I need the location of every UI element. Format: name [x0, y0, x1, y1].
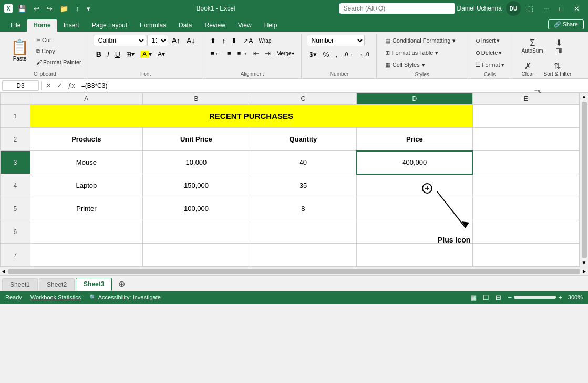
cell-a4[interactable]: Laptop [30, 174, 143, 197]
increase-decimal-button[interactable]: .0→ [341, 48, 356, 60]
format-painter-button[interactable]: 🖌 Format Painter [34, 57, 84, 67]
view-layout-button[interactable]: ☐ [483, 294, 489, 301]
bold-button[interactable]: B [94, 48, 104, 60]
delete-cells-button[interactable]: ⊖ Delete ▾ [472, 47, 506, 58]
cell-d5[interactable] [357, 197, 472, 220]
font-size-select[interactable]: 11 [147, 35, 168, 46]
copy-button[interactable]: ⧉ Copy [34, 46, 84, 56]
row-num-2[interactable]: 2 [1, 128, 30, 151]
fill-button[interactable]: ⬇ Fill [549, 35, 570, 57]
percent-button[interactable]: % [321, 48, 332, 60]
cell-b4[interactable]: 150,000 [143, 174, 250, 197]
currency-button[interactable]: $▾ [307, 48, 319, 60]
open-button[interactable]: 📁 [58, 4, 70, 14]
cell-a6[interactable] [30, 220, 143, 244]
format-as-table-button[interactable]: ⊞ Format as Table ▾ [382, 47, 459, 58]
cell-a7[interactable] [30, 244, 143, 267]
row-num-7[interactable]: 7 [1, 244, 30, 267]
autosum-button[interactable]: Σ AutoSum [518, 35, 548, 57]
sheet-tab-2[interactable]: Sheet2 [39, 278, 75, 291]
align-center-button[interactable]: ≡ [224, 47, 234, 59]
minimize-button[interactable]: ─ [540, 3, 553, 15]
cell-b7[interactable] [143, 244, 250, 267]
search-input[interactable] [339, 3, 455, 14]
row-num-1[interactable]: 1 [1, 105, 30, 128]
font-color-button[interactable]: A▾ [155, 48, 168, 60]
cell-d4[interactable] [357, 174, 472, 197]
cell-e1[interactable] [472, 105, 580, 128]
tab-data[interactable]: Data [172, 19, 198, 32]
tab-view[interactable]: View [232, 19, 258, 32]
cell-b3[interactable]: 10,000 [143, 151, 250, 174]
cell-d2[interactable]: Price [357, 128, 472, 151]
insert-cells-button[interactable]: ⊕ Insert ▾ [472, 35, 503, 46]
text-orient-button[interactable]: ↗A [240, 35, 256, 46]
sort-filter-button[interactable]: ⇅ Sort & Filter [540, 58, 576, 80]
add-sheet-button[interactable]: ⊕ [113, 277, 130, 291]
merge-button[interactable]: Merge▾ [274, 47, 296, 59]
cell-c5[interactable]: 8 [250, 197, 356, 220]
scroll-up-button[interactable]: ▲ [582, 94, 587, 99]
horizontal-scrollbar[interactable]: ◄ ► [0, 267, 588, 275]
qat-more-button[interactable]: ▾ [85, 4, 92, 14]
conditional-formatting-button[interactable]: ▤ Conditional Formatting ▾ [382, 35, 459, 46]
underline-button[interactable]: U [112, 48, 123, 60]
workbook-stats[interactable]: Workbook Statistics [30, 294, 81, 300]
italic-button[interactable]: I [105, 48, 112, 60]
tab-file[interactable]: File [4, 19, 27, 32]
cell-styles-button[interactable]: ▦ Cell Styles ▾ [382, 59, 459, 70]
border-button[interactable]: ⊞▾ [123, 48, 137, 60]
cell-d6[interactable] [357, 220, 472, 244]
cell-c4[interactable]: 35 [250, 174, 356, 197]
align-bottom-button[interactable]: ⬇ [229, 35, 240, 46]
comma-button[interactable]: , [333, 48, 340, 60]
col-header-d[interactable]: D [357, 93, 472, 105]
fill-color-button[interactable]: A▾ [138, 48, 154, 60]
zoom-in-button[interactable]: + [558, 294, 562, 301]
cell-b2[interactable]: Unit Price [143, 128, 250, 151]
insert-function-button[interactable]: ƒx [66, 81, 77, 90]
cell-reference-input[interactable] [2, 80, 39, 91]
redo-button[interactable]: ↪ [45, 4, 55, 14]
col-header-b[interactable]: B [143, 93, 250, 105]
cell-b5[interactable]: 100,000 [143, 197, 250, 220]
cell-e3[interactable] [472, 151, 580, 174]
vertical-scrollbar[interactable]: ▲ ▼ [580, 93, 588, 267]
cell-d3[interactable]: 400,000 [357, 151, 472, 174]
format-cells-button[interactable]: ☰ Format ▾ [472, 59, 508, 70]
tab-page-layout[interactable]: Page Layout [86, 19, 133, 32]
tab-review[interactable]: Review [198, 19, 231, 32]
formula-input[interactable] [79, 81, 586, 90]
col-header-e[interactable]: E [472, 93, 580, 105]
confirm-formula-button[interactable]: ✓ [55, 81, 65, 90]
cell-e6[interactable] [472, 220, 580, 244]
cell-c3[interactable]: 40 [250, 151, 356, 174]
user-avatar[interactable]: DU [506, 1, 521, 16]
align-left-button[interactable]: ≡← [208, 47, 224, 59]
indent-dec-button[interactable]: ⇤ [251, 47, 262, 59]
scroll-thumb[interactable] [582, 102, 587, 258]
tab-formulas[interactable]: Formulas [133, 19, 172, 32]
cell-c2[interactable]: Quantity [250, 128, 356, 151]
cell-e2[interactable] [472, 128, 580, 151]
row-num-3[interactable]: 3 [1, 151, 30, 174]
wrap-text-button[interactable]: Wrap [256, 35, 274, 46]
scroll-left-button[interactable]: ◄ [1, 268, 6, 274]
save-button[interactable]: 💾 [16, 4, 28, 14]
cut-button[interactable]: ✂ Cut [34, 35, 84, 45]
cancel-formula-button[interactable]: ✕ [44, 81, 54, 90]
cell-a5[interactable]: Printer [30, 197, 143, 220]
col-header-a[interactable]: A [30, 93, 143, 105]
sort-button[interactable]: ↕ [74, 4, 81, 14]
row-num-4[interactable]: 4 [1, 174, 30, 197]
align-middle-button[interactable]: ↕ [219, 35, 228, 46]
col-header-c[interactable]: C [250, 93, 356, 105]
zoom-out-button[interactable]: − [508, 294, 512, 301]
cell-c7[interactable] [250, 244, 356, 267]
cell-e4[interactable] [472, 174, 580, 197]
ribbon-display-button[interactable]: ⬚ [523, 3, 538, 15]
maximize-button[interactable]: □ [555, 3, 568, 15]
cell-b6[interactable] [143, 220, 250, 244]
decrease-font-button[interactable]: A↓ [184, 35, 198, 46]
cell-a2[interactable]: Products [30, 128, 143, 151]
